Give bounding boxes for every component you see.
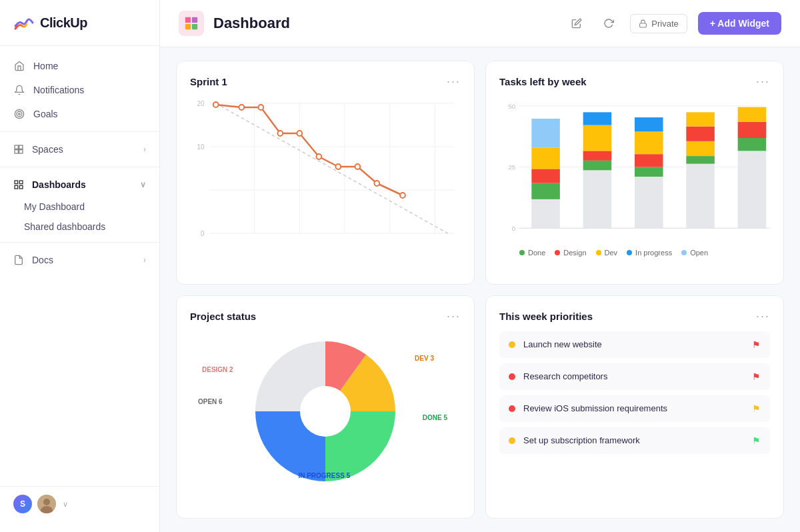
sidebar-nav: Home Notifications Goals Spaces › bbox=[0, 46, 159, 486]
svg-point-32 bbox=[213, 102, 219, 107]
priority-flag-2: ⚑ bbox=[752, 371, 761, 382]
sidebar-item-my-dashboard[interactable]: My Dashboard bbox=[0, 197, 159, 217]
sprint-menu-button[interactable]: ··· bbox=[447, 75, 461, 89]
legend-in-progress-label: In progress bbox=[635, 249, 672, 257]
svg-rect-16 bbox=[185, 24, 191, 29]
sidebar-item-docs[interactable]: Docs › bbox=[0, 248, 159, 272]
svg-text:50: 50 bbox=[508, 103, 515, 110]
sidebar-item-spaces[interactable]: Spaces › bbox=[0, 137, 159, 161]
sidebar-shared-dashboards-label: Shared dashboards bbox=[24, 221, 105, 232]
pie-label-in-progress: IN PROGRESS 5 bbox=[298, 472, 350, 479]
tasks-menu-button[interactable]: ··· bbox=[756, 75, 770, 89]
svg-rect-67 bbox=[686, 112, 715, 126]
svg-rect-62 bbox=[635, 117, 663, 131]
svg-rect-10 bbox=[19, 185, 23, 189]
sidebar-my-dashboard-label: My Dashboard bbox=[24, 201, 85, 212]
nav-divider-1 bbox=[0, 131, 159, 132]
svg-point-2 bbox=[19, 113, 21, 115]
svg-rect-53 bbox=[583, 170, 612, 228]
sidebar-docs-label: Docs bbox=[32, 255, 53, 265]
dashboards-icon bbox=[13, 179, 24, 191]
sidebar-item-goals[interactable]: Goals bbox=[0, 102, 159, 126]
spaces-icon bbox=[13, 143, 24, 155]
svg-rect-48 bbox=[531, 199, 560, 229]
svg-point-39 bbox=[355, 164, 360, 169]
legend-open: Open bbox=[681, 249, 708, 257]
sprint-title: Sprint 1 bbox=[190, 76, 227, 87]
svg-rect-15 bbox=[192, 17, 197, 23]
priority-dot-3 bbox=[509, 405, 515, 412]
svg-point-35 bbox=[277, 131, 283, 136]
svg-rect-64 bbox=[686, 156, 715, 164]
svg-rect-57 bbox=[583, 112, 612, 125]
page-title: Dashboard bbox=[213, 15, 290, 32]
svg-rect-18 bbox=[640, 23, 647, 27]
user-avatar-s: S bbox=[13, 495, 32, 513]
sidebar-item-notifications[interactable]: Notifications bbox=[0, 78, 159, 102]
edit-button[interactable] bbox=[566, 13, 587, 34]
docs-icon bbox=[13, 254, 24, 266]
add-widget-button[interactable]: + Add Widget bbox=[698, 12, 781, 35]
bar-chart-legend: Done Design Dev In progress bbox=[519, 249, 708, 257]
sidebar-item-dashboards[interactable]: Dashboards ∨ bbox=[0, 173, 159, 197]
sidebar-item-home[interactable]: Home bbox=[0, 54, 159, 78]
header-right: Private + Add Widget bbox=[566, 12, 781, 35]
svg-text:0: 0 bbox=[201, 230, 205, 237]
svg-rect-3 bbox=[15, 145, 18, 149]
sidebar: ClickUp Home Notifications Goals bbox=[0, 0, 160, 532]
svg-rect-14 bbox=[185, 17, 191, 23]
goals-icon bbox=[13, 108, 25, 120]
private-badge[interactable]: Private bbox=[630, 14, 687, 33]
project-status-menu-button[interactable]: ··· bbox=[447, 309, 461, 323]
svg-point-34 bbox=[258, 105, 263, 110]
svg-rect-6 bbox=[19, 150, 23, 153]
priority-item-3: Review iOS submission requirements ⚑ bbox=[499, 395, 770, 422]
priority-flag-1: ⚑ bbox=[752, 339, 761, 350]
sidebar-dashboards-label: Dashboards bbox=[32, 179, 86, 190]
user-footer[interactable]: S ∨ bbox=[0, 486, 159, 521]
svg-rect-60 bbox=[635, 154, 663, 167]
project-status-title: Project status bbox=[190, 311, 256, 322]
refresh-button[interactable] bbox=[598, 13, 619, 34]
svg-point-38 bbox=[335, 164, 341, 169]
open-color bbox=[681, 250, 687, 255]
legend-design-label: Design bbox=[563, 249, 586, 257]
docs-expand: Docs › bbox=[32, 255, 146, 265]
done-color bbox=[519, 250, 525, 255]
project-status-header: Project status ··· bbox=[190, 309, 461, 323]
priority-left-2: Research competitors bbox=[509, 371, 607, 381]
priority-text-3: Review iOS submission requirements bbox=[523, 403, 667, 413]
priorities-widget: This week priorities ··· Launch new webs… bbox=[485, 295, 784, 519]
user-chevron-icon: ∨ bbox=[63, 500, 68, 509]
legend-in-progress: In progress bbox=[627, 249, 672, 257]
svg-text:10: 10 bbox=[197, 143, 205, 151]
priorities-menu-button[interactable]: ··· bbox=[756, 309, 770, 323]
design-color bbox=[555, 250, 560, 255]
svg-rect-4 bbox=[19, 145, 23, 149]
in-progress-color bbox=[627, 250, 632, 255]
chevron-right-docs-icon: › bbox=[143, 255, 146, 265]
user-avatar-photo bbox=[37, 495, 56, 513]
dev-color bbox=[596, 250, 601, 255]
priority-list: Launch new website ⚑ Research competitor… bbox=[499, 331, 770, 454]
legend-dev: Dev bbox=[596, 249, 618, 257]
bar-chart: 50 25 0 bbox=[499, 97, 770, 257]
tasks-title: Tasks left by week bbox=[499, 76, 587, 87]
bell-icon bbox=[13, 84, 25, 96]
nav-divider-2 bbox=[0, 167, 159, 167]
nav-divider-3 bbox=[0, 242, 159, 243]
priority-left-3: Review iOS submission requirements bbox=[509, 403, 667, 413]
svg-rect-56 bbox=[583, 125, 612, 151]
svg-rect-5 bbox=[15, 150, 18, 153]
svg-rect-70 bbox=[738, 122, 767, 138]
svg-rect-66 bbox=[686, 127, 715, 141]
dashboard-icon bbox=[179, 11, 204, 36]
svg-point-36 bbox=[297, 131, 302, 136]
svg-rect-51 bbox=[531, 148, 560, 169]
svg-point-40 bbox=[374, 181, 379, 186]
svg-rect-54 bbox=[583, 161, 612, 171]
sidebar-item-shared-dashboards[interactable]: Shared dashboards bbox=[0, 217, 159, 237]
pie-label-design: DESIGN 2 bbox=[202, 366, 233, 373]
svg-point-41 bbox=[400, 193, 405, 198]
priority-flag-4: ⚑ bbox=[752, 435, 761, 446]
